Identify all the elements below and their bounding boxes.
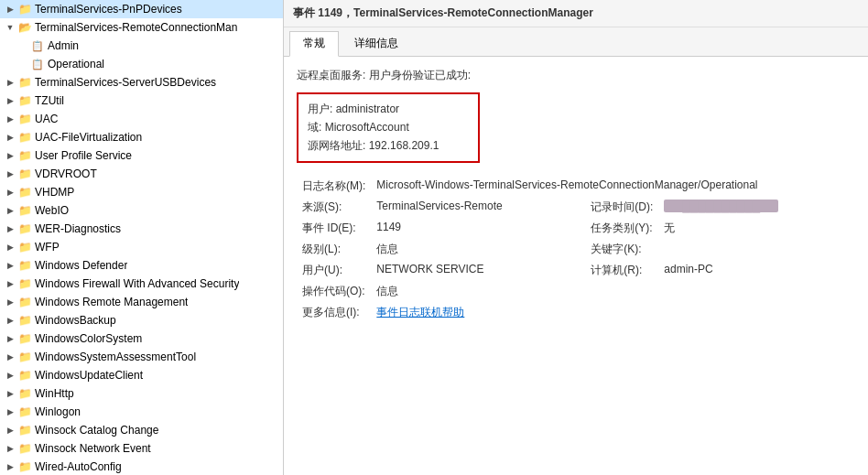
- tree-item-label: TerminalServices-RemoteConnectionMan: [35, 21, 237, 34]
- computer-label: 计算机(R):: [585, 260, 658, 281]
- tree-item-label: TerminalServices-ServerUSBDevices: [35, 76, 216, 89]
- more-value[interactable]: 事件日志联机帮助: [371, 302, 855, 323]
- tree-item-label: TZUtil: [35, 94, 64, 107]
- expand-arrow: [4, 113, 16, 125]
- content-area: 远程桌面服务: 用户身份验证已成功: 用户: administrator 域: …: [284, 57, 868, 475]
- tab-general[interactable]: 常规: [289, 31, 339, 57]
- folder-icon: [17, 276, 32, 291]
- task-value: 无: [658, 218, 855, 239]
- tree-item-label: VHDMP: [35, 186, 74, 199]
- tree-item-win-backup[interactable]: WindowsBackup: [0, 311, 283, 329]
- keyword-value: [658, 239, 855, 260]
- expand-arrow: [4, 241, 16, 254]
- more-label: 更多信息(I):: [297, 302, 371, 323]
- tree-item-win-cs[interactable]: WindowsColorSystem: [0, 329, 283, 348]
- tree-item-winlogon[interactable]: Winlogon: [0, 403, 283, 421]
- detail-row-opcode: 操作代码(O): 信息: [297, 281, 855, 302]
- expand-arrow: [4, 259, 16, 272]
- expand-arrow: [4, 387, 16, 400]
- tree-item-ups[interactable]: User Profile Service: [0, 146, 283, 165]
- tree-item-wired-ac[interactable]: Wired-AutoConfig: [0, 458, 283, 475]
- tree-item-label: WinHttp: [35, 387, 74, 400]
- expand-arrow: [4, 186, 16, 199]
- folder-icon: [17, 459, 32, 474]
- tree-item-label: WindowsBackup: [35, 314, 116, 327]
- expand-arrow: [4, 149, 16, 162]
- expand-arrow: [16, 58, 29, 70]
- tree-item-webio[interactable]: WebIO: [0, 201, 283, 220]
- folder-open-icon: [17, 20, 32, 35]
- source-label: 源网络地址:: [308, 139, 365, 152]
- task-label: 任务类别(Y):: [585, 218, 658, 239]
- tree-item-label: WebIO: [35, 204, 69, 217]
- user-label: 用户:: [308, 103, 332, 115]
- tree-item-label: TerminalServices-PnPDevices: [35, 3, 182, 16]
- tree-item-win-sat[interactable]: WindowsSystemAssessmentTool: [0, 348, 283, 366]
- tree-item-uac-fv[interactable]: UAC-FileVirtualization: [0, 128, 283, 146]
- tree-item-label: UAC-FileVirtualization: [35, 131, 142, 144]
- detail-table: 日志名称(M): Microsoft-Windows-TerminalServi…: [297, 176, 855, 323]
- tree-item-ts-rcm[interactable]: TerminalServices-RemoteConnectionMan: [0, 18, 283, 37]
- level-value: 信息: [371, 239, 585, 260]
- tree-item-label: WFP: [35, 241, 60, 254]
- tree-item-label: User Profile Service: [35, 149, 132, 162]
- expand-arrow: [4, 222, 16, 235]
- event-id-value: 1149: [371, 218, 585, 239]
- tree-item-winsock-ne[interactable]: Winsock Network Event: [0, 439, 283, 458]
- tree-item-win-rm[interactable]: Windows Remote Management: [0, 293, 283, 311]
- expand-arrow: [4, 167, 16, 180]
- domain-label: 域:: [308, 121, 321, 134]
- tree-item-ts-pnp[interactable]: TerminalServices-PnPDevices: [0, 0, 283, 18]
- tree-item-winsock-cc[interactable]: Winsock Catalog Change: [0, 421, 283, 439]
- tree-item-label: Admin: [48, 39, 79, 52]
- tree-item-ts-rcm-op[interactable]: Operational: [0, 55, 283, 73]
- tree-item-ts-rcm-admin[interactable]: Admin: [0, 37, 283, 55]
- expand-arrow: [16, 39, 29, 52]
- tree-item-vhdmp[interactable]: VHDMP: [0, 183, 283, 201]
- folder-icon: [17, 185, 32, 200]
- tab-detail[interactable]: 详细信息: [341, 31, 412, 56]
- tree-item-vdrvroot[interactable]: VDRVROOT: [0, 165, 283, 183]
- folder-icon: [17, 405, 32, 419]
- tree-item-uac[interactable]: UAC: [0, 110, 283, 128]
- tree-item-wer-diag[interactable]: WER-Diagnostics: [0, 220, 283, 238]
- tree-item-label: WindowsColorSystem: [35, 332, 142, 345]
- tree-item-label: UAC: [35, 113, 58, 125]
- log-name-label: 日志名称(M):: [297, 176, 371, 197]
- folder-icon: [17, 386, 32, 401]
- folder-icon: [17, 441, 32, 456]
- user-value: administrator: [336, 103, 399, 115]
- tree-item-win-fw[interactable]: Windows Firewall With Advanced Security: [0, 275, 283, 293]
- folder-icon: [17, 368, 32, 383]
- tabs-bar: 常规 详细信息: [284, 27, 868, 57]
- tree-item-wfp[interactable]: WFP: [0, 238, 283, 256]
- source-value: 192.168.209.1: [369, 139, 439, 152]
- tree-item-win-uc[interactable]: WindowsUpdateClient: [0, 366, 283, 384]
- tree-panel[interactable]: TerminalServices-PnPDevicesTerminalServi…: [0, 0, 284, 475]
- event-log-help-link[interactable]: 事件日志联机帮助: [376, 306, 464, 318]
- folder-icon: [17, 167, 32, 181]
- tree-item-tzutil[interactable]: TZUtil: [0, 92, 283, 110]
- tree-item-winhttp[interactable]: WinHttp: [0, 384, 283, 403]
- domain-field: 域: MicrosoftAccount: [308, 120, 469, 135]
- log-icon: [30, 57, 45, 71]
- log-name-value: Microsoft-Windows-TerminalServices-Remot…: [371, 176, 855, 197]
- tree-item-label: Windows Remote Management: [35, 296, 188, 308]
- folder-icon: [17, 221, 32, 236]
- tree-item-label: WER-Diagnostics: [35, 222, 121, 235]
- expand-arrow: [4, 369, 16, 382]
- tree-item-ts-serverusb[interactable]: TerminalServices-ServerUSBDevices: [0, 73, 283, 92]
- source-field: 源网络地址: 192.168.209.1: [308, 138, 469, 154]
- user-u-value: NETWORK SERVICE: [371, 260, 585, 281]
- folder-icon: [17, 423, 32, 437]
- tree-item-label: Wired-AutoConfig: [35, 460, 122, 473]
- tree-item-win-defender[interactable]: Windows Defender: [0, 256, 283, 275]
- tree-item-label: Windows Firewall With Advanced Security: [35, 277, 239, 290]
- domain-value: MicrosoftAccount: [325, 121, 409, 134]
- detail-row-eventid: 事件 ID(E): 1149 任务类别(Y): 无: [297, 218, 855, 239]
- opcode-label: 操作代码(O):: [297, 281, 371, 302]
- folder-icon: [17, 130, 32, 145]
- expand-arrow: [4, 21, 16, 34]
- tree-item-label: WindowsUpdateClient: [35, 369, 143, 382]
- folder-icon: [17, 331, 32, 346]
